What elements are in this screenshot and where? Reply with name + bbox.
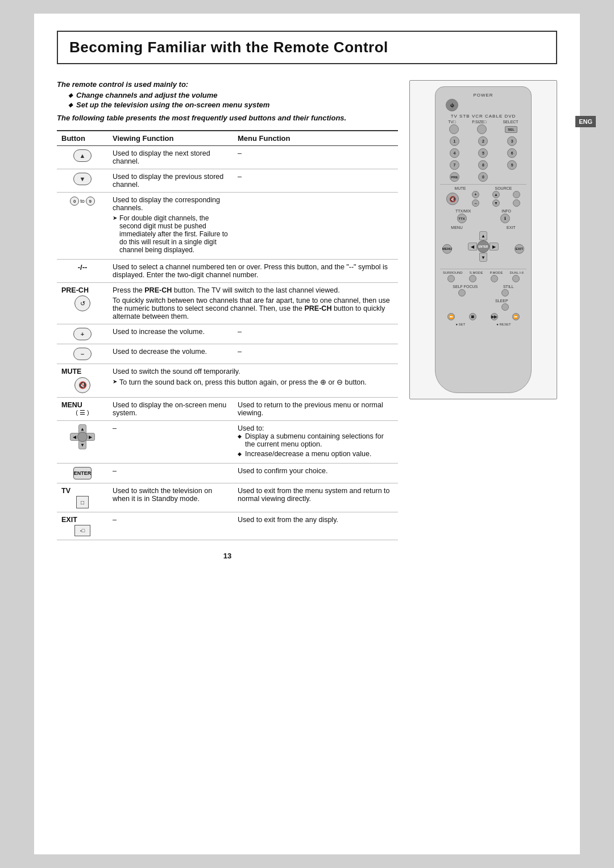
info-button[interactable]: ℹ — [500, 214, 510, 223]
ch-up-button[interactable]: ▲ — [73, 149, 92, 162]
remote-body: POWER ⏻ TV STB VCR CABLE DVD TV□ P.SIZE□… — [435, 86, 532, 393]
exit-remote-button[interactable]: EXIT — [515, 244, 524, 253]
btn-cell: EXIT -□ — [57, 512, 108, 540]
vol-down-remote[interactable]: – — [472, 199, 479, 207]
tv-label: TV□ — [448, 120, 455, 124]
view-cell: Used to increase the volume. — [108, 324, 233, 344]
exit-button[interactable]: -□ — [74, 525, 90, 536]
table-row: ▲ ▼ ◀ ▶ – Used to: — [57, 421, 398, 464]
smode-button[interactable] — [469, 275, 476, 282]
tv-mode-button[interactable] — [449, 124, 459, 134]
enter-remote-button[interactable]: ENTER — [477, 240, 489, 253]
btn-cell: PRE-CH ↺ — [57, 283, 108, 324]
btn-cell: ENTER — [57, 464, 108, 483]
menu-cell: – — [233, 344, 398, 364]
sleep-label: SLEEP — [495, 299, 508, 303]
num-5-button[interactable]: 5 — [478, 148, 488, 158]
num-3-button[interactable]: 3 — [507, 136, 517, 146]
table-intro: The following table presents the most fr… — [57, 114, 398, 122]
view-cell: Used to switch the sound off temporarily… — [108, 364, 398, 398]
select-button[interactable]: SEL — [505, 126, 517, 133]
view-cell: Used to decrease the volume. — [108, 344, 233, 364]
enter-button[interactable]: ENTER — [73, 467, 92, 479]
surround-button[interactable] — [447, 275, 455, 282]
num-9-button[interactable]: 9 — [86, 197, 95, 206]
num-0-button[interactable]: 0 — [70, 197, 79, 206]
power-label: POWER — [440, 93, 526, 98]
ffwd-button[interactable]: ⏩ — [512, 313, 520, 320]
vol-up-remote[interactable]: + — [472, 191, 479, 198]
menu-cell: Used to: Display a submenu containing se… — [233, 421, 398, 464]
power-button[interactable]: ⏻ — [446, 99, 458, 111]
smode-label: S.MODE — [470, 271, 483, 274]
page: ENG Becoming Familiar with the Remote Co… — [34, 14, 580, 854]
sleep-button[interactable] — [501, 303, 509, 311]
bullet-2: Set up the television using the on-scree… — [68, 101, 398, 109]
intro-main-label: The remote control is used mainly to: — [57, 80, 398, 89]
psize-button[interactable] — [477, 124, 487, 134]
num-7-button[interactable]: 7 — [450, 160, 459, 170]
btn-cell: -/-- — [57, 260, 108, 283]
play-button[interactable]: ▶▶ — [491, 313, 498, 320]
view-cell: Used to select a channel numbered ten or… — [108, 260, 398, 283]
nav-down-button[interactable]: ▼ — [479, 253, 487, 262]
menu-cell: – — [233, 146, 398, 169]
source2-button[interactable] — [513, 199, 520, 207]
info-label: INFO — [501, 209, 511, 213]
menu-remote-button[interactable]: MENU — [442, 244, 452, 253]
num-1-button[interactable]: 1 — [450, 136, 459, 146]
num-9-button[interactable]: 9 — [507, 160, 517, 170]
table-body: ▲ Used to display the next stored channe… — [57, 146, 398, 540]
pmode-button[interactable] — [491, 275, 498, 282]
view-cell: Used to display the previous stored chan… — [108, 169, 233, 193]
num-0-button[interactable]: 0 — [478, 172, 488, 182]
device-labels: TV STB VCR CABLE DVD — [440, 114, 526, 119]
num-2-button[interactable]: 2 — [478, 136, 488, 146]
top-btn-row: SEL — [440, 124, 526, 134]
nav-up-button[interactable]: ▲ — [479, 231, 487, 240]
top-label-row: TV□ P.SIZE□ SELECT — [440, 120, 526, 124]
vol-down-button[interactable]: – — [73, 348, 92, 360]
view-cell: Used to display the next stored channel. — [108, 146, 233, 169]
surround-labels: SURROUND S.MODE P.MODE DUAL I-II — [440, 271, 526, 274]
rewind-button[interactable]: ⏪ — [447, 313, 455, 320]
prech-remote-button[interactable]: PRE — [450, 172, 459, 182]
pre-ch-button[interactable]: ↺ — [74, 295, 90, 311]
selffocus-label: SELF FOCUS — [453, 285, 478, 289]
stop-button[interactable]: ⏹ — [469, 313, 476, 320]
view-cell: – — [108, 512, 233, 540]
col-menu: Menu Function — [233, 131, 398, 146]
table-row: PRE-CH ↺ Press the PRE-CH button. The TV… — [57, 283, 398, 324]
ttx-info-label: TTX/MIX INFO — [440, 209, 526, 213]
ch-down-remote[interactable]: ▼ — [492, 199, 500, 207]
mute-remote-label: MUTE — [455, 186, 466, 190]
still-button[interactable] — [501, 289, 509, 297]
num-4-button[interactable]: 4 — [450, 148, 459, 158]
ttxmix-button[interactable]: TTX — [457, 214, 467, 223]
view-cell: Used to switch the television on when it… — [108, 483, 233, 512]
sleep-label-row: SLEEP — [440, 299, 526, 303]
ch-up-remote[interactable]: ▲ — [492, 191, 500, 198]
ch-down-button[interactable]: ▼ — [73, 173, 92, 185]
set-reset-row: ● SET ● RESET — [440, 323, 526, 326]
num-6-button[interactable]: 6 — [507, 148, 517, 158]
mute-remote-button[interactable]: 🔇 — [446, 193, 459, 205]
source-label: SOURCE — [495, 186, 512, 190]
vol-up-button[interactable]: + — [73, 328, 92, 340]
focus-still-labels: SELF FOCUS STILL — [440, 285, 526, 289]
numpad-row-1: 1 2 3 — [440, 136, 526, 146]
dual-button[interactable] — [512, 275, 520, 282]
source-button[interactable] — [513, 191, 520, 198]
btn-cell: 0 to 9 — [57, 193, 108, 260]
mute-button[interactable]: 🔇 — [74, 377, 90, 393]
menu-cell: – — [233, 169, 398, 193]
nav-left-button[interactable]: ◀ — [468, 243, 477, 251]
table-row: 0 to 9 Used to display the corresponding… — [57, 193, 398, 260]
tv-button[interactable]: □ — [76, 496, 89, 508]
num-8-button[interactable]: 8 — [478, 160, 488, 170]
view-cell: Used to display the corresponding channe… — [108, 193, 233, 260]
view-cell: Used to display the on-screen menu syste… — [108, 398, 233, 421]
nav-right-button[interactable]: ▶ — [489, 243, 499, 251]
selffocus-button[interactable] — [458, 289, 466, 297]
btn-cell: – — [57, 344, 108, 364]
